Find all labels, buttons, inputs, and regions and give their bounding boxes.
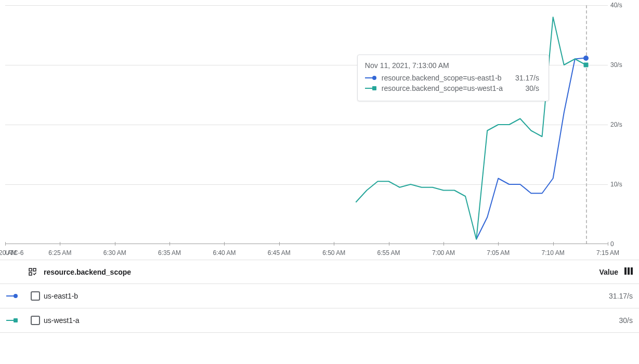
- tooltip-series-name: resource.backend_scope=us-west1-a: [382, 84, 503, 92]
- legend-row[interactable]: us-east1-b31.17/s: [0, 284, 639, 308]
- y-tick-label: 10/s: [610, 181, 636, 188]
- hover-marker: [583, 56, 589, 61]
- legend-series-name: us-east1-b: [44, 292, 581, 300]
- chart-tooltip: Nov 11, 2021, 7:13:00 AM resource.backen…: [357, 55, 549, 101]
- x-tick-label: 6:20 AM: [0, 249, 17, 257]
- tooltip-series-value: 30/s: [508, 84, 539, 92]
- y-tick-label: 40/s: [610, 2, 636, 9]
- x-tick-label: 7:05 AM: [487, 249, 510, 257]
- legend-group-label: resource.backend_scope: [44, 268, 581, 276]
- x-axis: 6:20 AM6:25 AM6:30 AM6:35 AM6:40 AM6:45 …: [5, 244, 608, 260]
- x-tick-label: 7:15 AM: [596, 249, 619, 257]
- series-visibility-checkbox[interactable]: [31, 291, 40, 301]
- x-tick-label: 6:25 AM: [48, 249, 71, 257]
- svg-rect-2: [29, 273, 32, 275]
- tooltip-series-name: resource.backend_scope=us-east1-b: [382, 74, 503, 82]
- x-tick-label: 6:50 AM: [322, 249, 345, 257]
- legend-series-name: us-west1-a: [44, 316, 581, 325]
- legend-table: resource.backend_scope Value us-east1-b3…: [0, 260, 639, 333]
- y-tick-label: 30/s: [610, 61, 636, 69]
- legend-row[interactable]: us-west1-a30/s: [0, 308, 639, 333]
- group-by-icon: [29, 268, 37, 276]
- x-tick-label: 7:10 AM: [542, 249, 565, 257]
- chart-panel: 010/s20/s30/s40/s Nov 11, 2021, 7:13:00 …: [0, 0, 639, 333]
- hover-marker: [583, 63, 588, 68]
- svg-rect-1: [33, 268, 36, 271]
- x-tick-label: 6:40 AM: [213, 249, 236, 257]
- series-swatch: [365, 86, 376, 91]
- series-visibility-checkbox[interactable]: [31, 316, 40, 325]
- series-swatch: [6, 318, 27, 323]
- svg-rect-0: [29, 268, 32, 271]
- y-tick-label: 20/s: [610, 121, 636, 128]
- x-tick-label: 6:30 AM: [103, 249, 126, 257]
- legend-header-row: resource.backend_scope Value: [0, 260, 639, 284]
- tooltip-row: resource.backend_scope=us-west1-a30/s: [365, 84, 539, 92]
- legend-series-value: 31.17/s: [581, 292, 633, 300]
- plot-area[interactable]: 010/s20/s30/s40/s Nov 11, 2021, 7:13:00 …: [5, 5, 608, 244]
- chart-area[interactable]: 010/s20/s30/s40/s Nov 11, 2021, 7:13:00 …: [0, 0, 639, 260]
- legend-value-header: Value: [581, 267, 633, 276]
- chart-lines: [5, 5, 608, 244]
- x-tick-label: 7:00 AM: [432, 249, 455, 257]
- tooltip-timestamp: Nov 11, 2021, 7:13:00 AM: [365, 61, 539, 70]
- columns-icon[interactable]: [624, 267, 633, 275]
- series-line: [356, 17, 586, 239]
- legend-series-value: 30/s: [581, 316, 633, 325]
- x-tick-label: 6:45 AM: [268, 249, 291, 257]
- hover-guideline: [586, 5, 587, 244]
- tooltip-row: resource.backend_scope=us-east1-b31.17/s: [365, 74, 539, 82]
- y-tick-label: 0: [610, 240, 636, 248]
- tooltip-series-value: 31.17/s: [508, 74, 539, 82]
- x-tick-label: 6:55 AM: [377, 249, 400, 257]
- x-tick-label: 6:35 AM: [158, 249, 181, 257]
- series-swatch: [365, 75, 376, 80]
- series-swatch: [6, 293, 27, 299]
